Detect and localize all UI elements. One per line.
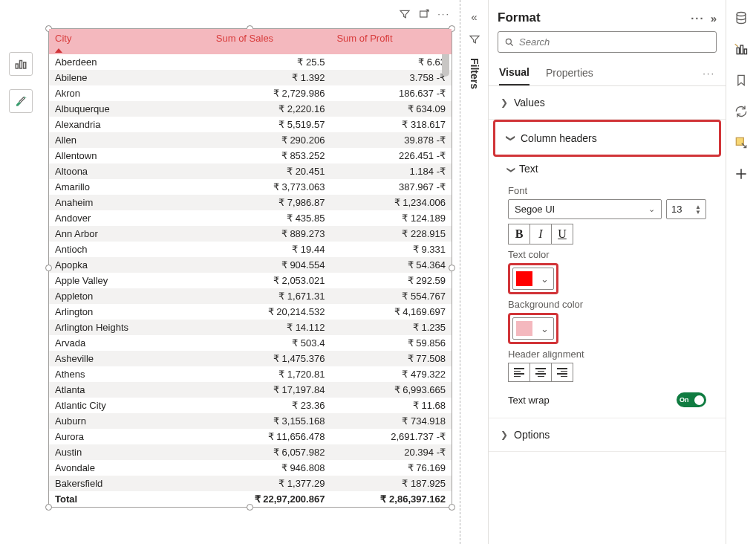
add-icon[interactable] bbox=[734, 166, 749, 181]
collapse-format-icon[interactable]: » bbox=[711, 12, 717, 25]
table-row[interactable]: Austin₹ 6,057.98220.394 -₹ bbox=[49, 444, 452, 460]
table-row[interactable]: Apple Valley₹ 2,053.021₹ 292.59 bbox=[49, 273, 452, 288]
align-center-button[interactable] bbox=[529, 363, 552, 382]
sync-pane-icon[interactable] bbox=[734, 104, 749, 119]
font-size-input[interactable]: 13 ▲▼ bbox=[666, 199, 706, 219]
section-options[interactable]: Options bbox=[489, 418, 726, 451]
table-row[interactable]: Atlanta₹ 17,197.84₹ 6,993.665 bbox=[49, 382, 452, 398]
table-row[interactable]: Anaheim₹ 7,986.87₹ 1,234.006 bbox=[49, 195, 452, 210]
resize-handle[interactable] bbox=[247, 504, 253, 511]
table-row[interactable]: Albuquerque₹ 2,220.16₹ 634.09 bbox=[49, 101, 452, 117]
table-row[interactable]: Aberdeen₹ 25.5₹ 6.63 bbox=[49, 54, 452, 70]
expand-filters-icon[interactable]: « bbox=[471, 10, 477, 23]
focus-mode-icon[interactable] bbox=[418, 8, 430, 22]
data-pane-icon[interactable] bbox=[734, 10, 749, 25]
text-color-picker[interactable]: ⌄ bbox=[512, 268, 554, 290]
chart-tool-button[interactable] bbox=[9, 52, 33, 76]
right-tool-rail bbox=[726, 0, 756, 544]
subsection-text[interactable]: Text bbox=[508, 157, 706, 181]
tab-properties[interactable]: Properties bbox=[546, 61, 593, 85]
section-column-headers[interactable]: Column headers bbox=[495, 122, 719, 155]
table-row[interactable]: Avondale₹ 946.808₹ 76.169 bbox=[49, 460, 452, 476]
table-row[interactable]: Allen₹ 290.20639.878 -₹ bbox=[49, 132, 452, 148]
italic-button[interactable]: I bbox=[529, 224, 552, 245]
table-row[interactable]: Athens₹ 1,720.81₹ 479.322 bbox=[49, 366, 452, 382]
col-header-city[interactable]: City bbox=[49, 29, 210, 54]
table-row[interactable]: Akron₹ 2,729.986186.637 -₹ bbox=[49, 85, 452, 101]
font-label: Font bbox=[508, 185, 706, 196]
table-row[interactable]: Auburn₹ 3,155.168₹ 734.918 bbox=[49, 413, 452, 429]
filter-icon[interactable] bbox=[399, 8, 411, 22]
selection-pane-icon[interactable] bbox=[734, 135, 749, 150]
sort-asc-icon bbox=[55, 48, 62, 53]
report-canvas: ··· City Sum of Sales Sum of Profit Aber… bbox=[41, 0, 460, 544]
font-family-select[interactable]: Segoe UI ⌄ bbox=[508, 199, 662, 219]
table-row[interactable]: Antioch₹ 19.44₹ 9.331 bbox=[49, 242, 452, 257]
svg-point-6 bbox=[737, 13, 746, 16]
chevron-down-icon: ⌄ bbox=[535, 273, 553, 285]
format-brush-icon[interactable] bbox=[734, 42, 749, 56]
text-wrap-toggle[interactable]: On bbox=[677, 392, 706, 407]
table-row[interactable]: Arvada₹ 503.4₹ 59.856 bbox=[49, 335, 452, 351]
search-input[interactable] bbox=[519, 36, 710, 48]
chevron-down-icon bbox=[507, 133, 515, 143]
svg-rect-7 bbox=[737, 48, 739, 54]
chevron-right-icon bbox=[501, 430, 508, 440]
filters-label: Filters bbox=[469, 58, 480, 89]
align-right-button[interactable] bbox=[551, 363, 573, 382]
underline-button[interactable]: U bbox=[551, 224, 573, 245]
left-tool-strip: + bbox=[0, 0, 41, 544]
table-row[interactable]: Bakersfield₹ 1,377.29₹ 187.925 bbox=[49, 476, 452, 491]
svg-point-5 bbox=[506, 39, 511, 44]
paintbrush-icon: + bbox=[14, 94, 27, 108]
svg-rect-4 bbox=[420, 11, 427, 17]
table-row[interactable]: Arlington₹ 20,214.532₹ 4,169.697 bbox=[49, 304, 452, 320]
svg-rect-8 bbox=[740, 45, 743, 54]
tabs-more-icon[interactable]: ··· bbox=[703, 68, 715, 79]
chevron-down-icon: ⌄ bbox=[535, 323, 553, 334]
bookmark-pane-icon[interactable] bbox=[734, 73, 749, 88]
table-row[interactable]: Andover₹ 435.85₹ 124.189 bbox=[49, 210, 452, 226]
table-row[interactable]: Asheville₹ 1,475.376₹ 77.508 bbox=[49, 351, 452, 366]
chevron-right-icon bbox=[501, 97, 508, 108]
table-row[interactable]: Alexandria₹ 5,519.57₹ 318.617 bbox=[49, 117, 452, 132]
table-row[interactable]: Atlantic City₹ 23.36₹ 11.68 bbox=[49, 398, 452, 413]
table-row[interactable]: Amarillo₹ 3,773.063387.967 -₹ bbox=[49, 179, 452, 195]
more-options-icon[interactable]: ··· bbox=[437, 8, 450, 22]
format-search[interactable] bbox=[498, 31, 717, 53]
color-swatch bbox=[516, 271, 532, 286]
col-header-profit[interactable]: Sum of Profit bbox=[330, 29, 452, 54]
bar-chart-icon bbox=[14, 57, 27, 71]
col-header-sales[interactable]: Sum of Sales bbox=[210, 29, 331, 54]
background-color-label: Background color bbox=[508, 299, 706, 310]
table-row[interactable]: Allentown₹ 853.252226.451 -₹ bbox=[49, 148, 452, 163]
table-row[interactable]: Apopka₹ 904.554₹ 54.364 bbox=[49, 257, 452, 273]
data-table: City Sum of Sales Sum of Profit Aberdeen… bbox=[49, 29, 452, 507]
table-row[interactable]: Abilene₹ 1.3923.758 -₹ bbox=[49, 70, 452, 85]
table-row[interactable]: Altoona₹ 20.4511.184 -₹ bbox=[49, 163, 452, 179]
table-row[interactable]: Appleton₹ 1,671.31₹ 554.767 bbox=[49, 288, 452, 304]
chevron-down-icon bbox=[508, 163, 515, 175]
more-icon[interactable]: ··· bbox=[691, 12, 705, 25]
background-color-picker[interactable]: ⌄ bbox=[512, 317, 554, 340]
text-color-label: Text color bbox=[508, 249, 706, 260]
bold-button[interactable]: B bbox=[508, 224, 530, 245]
tab-visual[interactable]: Visual bbox=[499, 60, 529, 85]
filters-pane-collapsed: « Filters bbox=[460, 0, 489, 544]
table-row[interactable]: Ann Arbor₹ 889.273₹ 228.915 bbox=[49, 226, 452, 242]
paint-tool-button[interactable]: + bbox=[9, 89, 33, 113]
resize-handle[interactable] bbox=[449, 265, 455, 271]
stepper-icon[interactable]: ▲▼ bbox=[695, 204, 701, 215]
table-visual[interactable]: ··· City Sum of Sales Sum of Profit Aber… bbox=[48, 28, 452, 508]
color-swatch bbox=[516, 321, 532, 336]
resize-handle[interactable] bbox=[45, 504, 52, 511]
section-values[interactable]: Values bbox=[489, 86, 726, 119]
table-row[interactable]: Aurora₹ 11,656.4782,691.737 -₹ bbox=[49, 429, 452, 444]
resize-handle[interactable] bbox=[449, 504, 455, 511]
svg-rect-0 bbox=[16, 64, 18, 68]
funnel-icon bbox=[469, 33, 480, 48]
align-left-button[interactable] bbox=[508, 363, 530, 382]
text-wrap-label: Text wrap bbox=[508, 395, 550, 406]
table-row[interactable]: Arlington Heights₹ 14.112₹ 1.235 bbox=[49, 320, 452, 335]
resize-handle[interactable] bbox=[45, 265, 52, 271]
